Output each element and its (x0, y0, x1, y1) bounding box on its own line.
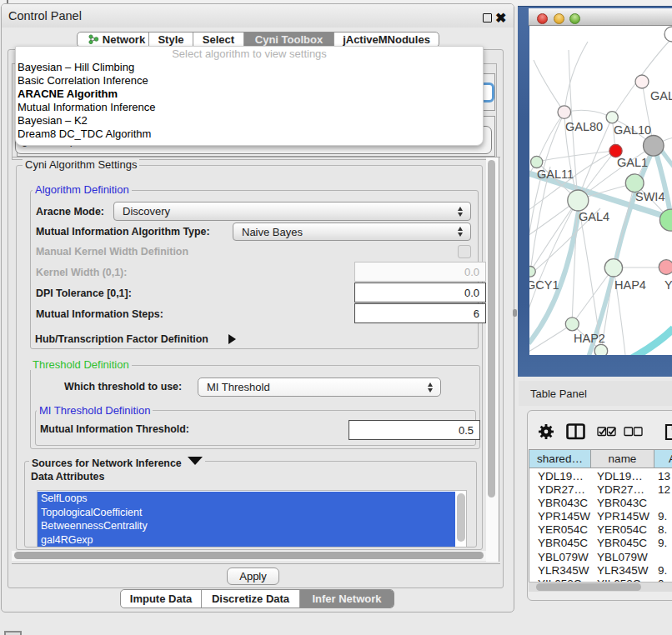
svg-text:Y: Y (664, 278, 672, 292)
svg-text:GAL10: GAL10 (614, 123, 651, 137)
svg-text:HAP2: HAP2 (574, 332, 605, 345)
svg-text:GAL80: GAL80 (565, 120, 603, 133)
svg-text:HAP4: HAP4 (614, 278, 646, 292)
svg-text:SWI4: SWI4 (635, 190, 664, 203)
svg-text:GAL8: GAL8 (650, 89, 672, 102)
svg-text:GAL1: GAL1 (617, 156, 648, 169)
svg-text:GAL11: GAL11 (537, 168, 574, 181)
svg-text:GAL4: GAL4 (579, 210, 609, 223)
svg-text:GCY1: GCY1 (529, 278, 559, 292)
